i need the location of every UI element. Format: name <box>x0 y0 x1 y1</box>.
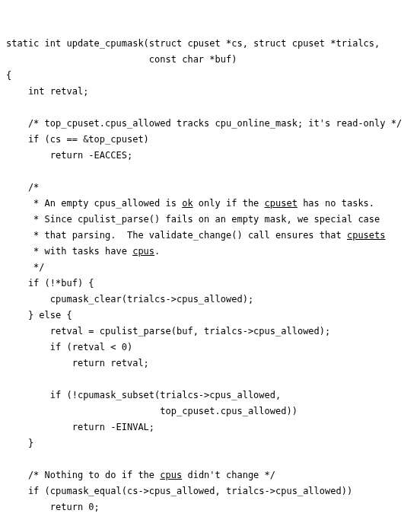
code-line: if (cs == &top_cpuset) <box>6 134 149 145</box>
code-line: return -EINVAL; <box>6 422 154 432</box>
code-line: return -EACCES; <box>6 150 132 161</box>
code-line: int retval; <box>6 86 88 97</box>
code-line: return retval; <box>6 358 149 368</box>
code-line: /* top_cpuset.cpus_allowed tracks cpu_on… <box>6 118 402 129</box>
code-line: * An empty cpus_allowed is ok only if th… <box>6 198 374 209</box>
code-line: retval = cpulist_parse(buf, trialcs->cpu… <box>6 326 330 336</box>
code-line: if (cpumask_equal(cs->cpus_allowed, tria… <box>6 486 352 496</box>
code-line: return 0; <box>6 502 100 512</box>
code-line: * Since cpulist_parse() fails on an empt… <box>6 214 380 225</box>
code-line: * with tasks have cpus. <box>6 246 160 257</box>
code-line: { <box>6 70 11 81</box>
code-line: /* Nothing to do if the cpus didn't chan… <box>6 470 275 480</box>
code-line: if (!*buf) { <box>6 278 94 289</box>
code-line: } else { <box>6 310 72 320</box>
code-line: if (retval < 0) <box>6 342 132 352</box>
code-block: static int update_cpumask(struct cpuset … <box>6 36 414 523</box>
code-line: * that parsing. The validate_change() ca… <box>6 230 386 241</box>
code-line: /* <box>6 182 39 193</box>
code-line: } <box>6 438 33 448</box>
code-line: static int update_cpumask(struct cpuset … <box>6 38 380 49</box>
code-line: const char *buf) <box>6 54 237 65</box>
code-line: top_cpuset.cpus_allowed)) <box>6 406 298 416</box>
code-line: cpumask_clear(trialcs->cpus_allowed); <box>6 294 253 305</box>
code-line: */ <box>6 262 45 273</box>
code-line: if (!cpumask_subset(trialcs->cpus_allowe… <box>6 390 281 400</box>
